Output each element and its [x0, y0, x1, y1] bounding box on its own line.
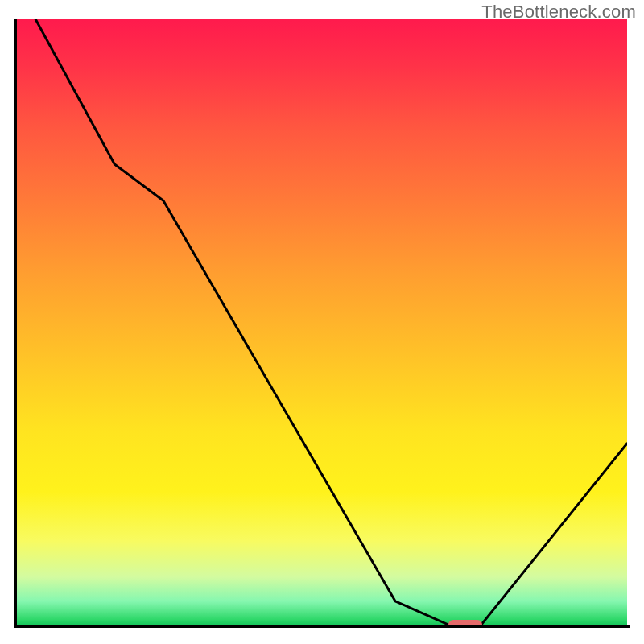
bottleneck-curve: [17, 19, 627, 625]
x-axis-line: [14, 625, 630, 628]
optimal-range-marker: [448, 620, 482, 625]
y-axis-line: [14, 19, 17, 628]
chart-canvas: TheBottleneck.com: [0, 0, 644, 644]
plot-area: [17, 19, 627, 625]
